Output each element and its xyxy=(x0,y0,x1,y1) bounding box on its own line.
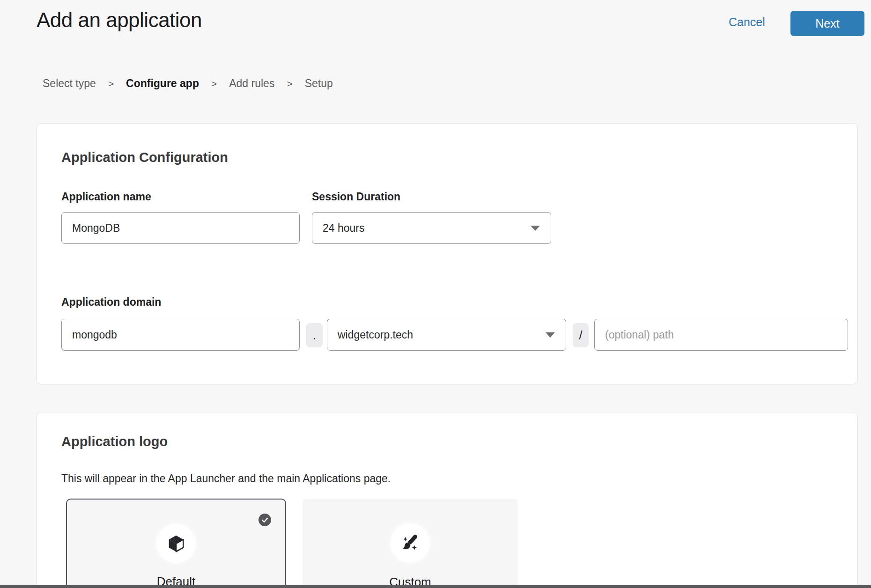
breadcrumb-separator: > xyxy=(287,78,292,89)
domain-select[interactable]: widgetcorp.tech xyxy=(327,319,566,351)
breadcrumb: Select type > Configure app > Add rules … xyxy=(43,77,333,90)
selected-check-badge xyxy=(258,514,271,526)
check-icon xyxy=(261,517,268,523)
step-setup[interactable]: Setup xyxy=(305,77,333,90)
step-configure-app[interactable]: Configure app xyxy=(126,77,199,90)
chevron-down-icon xyxy=(545,332,555,338)
paintbrush-icon xyxy=(399,532,421,554)
session-duration-select[interactable]: 24 hours xyxy=(312,212,551,244)
viewport-bottom-bar xyxy=(0,585,871,588)
step-select-type[interactable]: Select type xyxy=(43,77,96,90)
cube-icon xyxy=(165,533,187,554)
add-application-page: Add an application Cancel Next Select ty… xyxy=(0,0,871,588)
application-logo-card: Application logo This will appear in the… xyxy=(37,412,858,588)
subdomain-input[interactable] xyxy=(61,319,300,351)
logo-option-custom[interactable]: Custom xyxy=(303,499,518,588)
application-domain-label: Application domain xyxy=(61,296,161,309)
chevron-down-icon xyxy=(530,225,540,231)
logo-description: This will appear in the App Launcher and… xyxy=(61,472,391,485)
step-add-rules[interactable]: Add rules xyxy=(229,77,274,90)
config-card-title: Application Configuration xyxy=(61,150,228,165)
domain-slash-separator: / xyxy=(573,323,589,347)
domain-select-value: widgetcorp.tech xyxy=(338,329,413,341)
session-duration-label: Session Duration xyxy=(312,191,400,203)
breadcrumb-separator: > xyxy=(211,78,217,89)
path-input[interactable] xyxy=(594,319,848,351)
application-name-label: Application name xyxy=(61,191,151,203)
session-duration-value: 24 hours xyxy=(323,222,365,235)
application-name-input[interactable] xyxy=(61,212,300,244)
domain-dot-separator: . xyxy=(306,323,323,347)
breadcrumb-separator: > xyxy=(108,78,114,89)
default-logo-circle xyxy=(156,524,196,563)
cancel-button[interactable]: Cancel xyxy=(729,15,765,29)
logo-card-title: Application logo xyxy=(61,434,168,449)
logo-options: Default Custom xyxy=(66,499,518,588)
custom-logo-circle xyxy=(391,523,430,563)
logo-option-default[interactable]: Default xyxy=(66,499,286,588)
next-button[interactable]: Next xyxy=(790,11,864,36)
page-title: Add an application xyxy=(37,8,202,32)
application-configuration-card: Application Configuration Application na… xyxy=(37,123,858,384)
